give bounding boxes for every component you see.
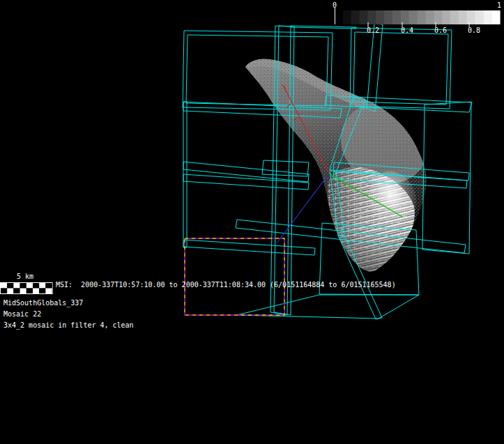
mosaic-display: 0 1 5 km MSI: 2000-337T10:57:10.00 to 20… <box>0 0 504 444</box>
scalebar-cell <box>39 283 45 289</box>
colorbar-cell <box>475 10 483 24</box>
scalebar-cell <box>39 289 45 294</box>
scalebar-cell <box>45 283 52 289</box>
scalebar-cell <box>1 283 7 289</box>
scalebar-cell <box>26 289 33 294</box>
colorbar-cell <box>409 10 418 24</box>
scalebar-cell <box>20 289 26 294</box>
axis-line-blue <box>277 174 329 243</box>
mosaic-scene <box>0 0 504 444</box>
colorbar-cell <box>483 10 491 24</box>
image-footprint-outline <box>291 26 356 29</box>
colorbar-cell <box>418 10 426 24</box>
colorbar-cell <box>491 10 500 24</box>
scalebar-cell <box>33 283 39 289</box>
scalebar-cell <box>45 289 52 294</box>
scalebar-cell <box>26 283 33 289</box>
image-footprint-outline <box>183 162 309 182</box>
colorbar-cell <box>434 10 442 24</box>
colorbar-cell <box>376 10 384 24</box>
image-footprint-outline <box>353 32 448 105</box>
colorbar-cell <box>335 10 343 24</box>
colorbar-cell <box>392 10 401 24</box>
colorbar-cell <box>450 10 459 24</box>
colorbar-cell <box>351 10 360 24</box>
scalebar-cell <box>7 289 13 294</box>
colorbar-cell <box>459 10 467 24</box>
scalebar-cell <box>13 283 20 289</box>
colorbar-cell <box>384 10 392 24</box>
scalebar-cell <box>1 289 7 294</box>
image-footprint-outline <box>350 28 452 109</box>
colorbar-cell <box>360 10 368 24</box>
image-footprint-outline <box>183 174 309 190</box>
colorbar-cell <box>425 10 434 24</box>
scalebar-cell <box>20 283 26 289</box>
image-footprint-outline <box>262 160 309 176</box>
colorbar-cell <box>343 10 351 24</box>
scalebar-cell <box>13 289 20 294</box>
colorbar-cell <box>442 10 450 24</box>
scalebar-cell <box>7 283 13 289</box>
scalebar-cell <box>33 289 39 294</box>
image-footprint-outline <box>183 240 315 255</box>
colorbar-cell <box>467 10 475 24</box>
colorbar-cell <box>367 10 376 24</box>
asteroid-model <box>230 52 443 282</box>
